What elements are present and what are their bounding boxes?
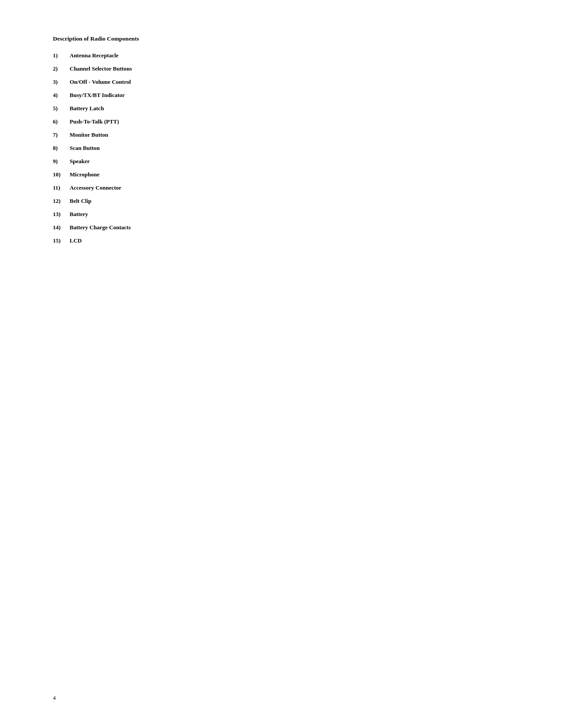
item-label: Busy/TX/BT Indicator: [70, 92, 125, 99]
list-item: 2)Channel Selector Buttons: [53, 65, 509, 72]
item-label: Speaker: [70, 158, 90, 165]
item-label: LCD: [70, 237, 82, 244]
list-item: 8)Scan Button: [53, 145, 509, 152]
item-number: 15): [53, 237, 70, 244]
list-item: 13)Battery: [53, 211, 509, 218]
item-number: 2): [53, 65, 70, 72]
list-item: 14)Battery Charge Contacts: [53, 224, 509, 231]
list-item: 7)Monitor Button: [53, 131, 509, 138]
item-label: On/Off - Volume Control: [70, 78, 131, 86]
item-label: Battery Charge Contacts: [70, 224, 131, 231]
item-label: Antenna Receptacle: [70, 52, 119, 59]
page: Description of Radio Components 1)Antenn…: [0, 0, 562, 728]
section-title: Description of Radio Components: [53, 35, 509, 42]
item-label: Belt Clip: [70, 198, 91, 205]
item-label: Scan Button: [70, 145, 100, 152]
item-number: 13): [53, 211, 70, 218]
list-item: 1)Antenna Receptacle: [53, 52, 509, 59]
item-label: Monitor Button: [70, 131, 108, 138]
item-number: 8): [53, 145, 70, 152]
item-label: Accessory Connector: [70, 184, 121, 191]
item-number: 5): [53, 105, 70, 112]
item-number: 9): [53, 158, 70, 165]
list-item: 10)Microphone: [53, 171, 509, 178]
item-label: Microphone: [70, 171, 100, 178]
item-number: 6): [53, 118, 70, 125]
item-label: Battery Latch: [70, 105, 104, 112]
list-item: 5)Battery Latch: [53, 105, 509, 112]
list-item: 11)Accessory Connector: [53, 184, 509, 191]
item-number: 4): [53, 92, 70, 99]
list-item: 9)Speaker: [53, 158, 509, 165]
list-item: 3)On/Off - Volume Control: [53, 78, 509, 86]
list-item: 15)LCD: [53, 237, 509, 244]
item-number: 11): [53, 184, 70, 191]
item-number: 14): [53, 224, 70, 231]
list-item: 12)Belt Clip: [53, 198, 509, 205]
item-label: Battery: [70, 211, 88, 218]
list-item: 4)Busy/TX/BT Indicator: [53, 92, 509, 99]
item-number: 10): [53, 171, 70, 178]
item-label: Channel Selector Buttons: [70, 65, 132, 72]
item-number: 7): [53, 131, 70, 138]
item-number: 12): [53, 198, 70, 205]
page-number: 4: [53, 694, 56, 702]
item-label: Push-To-Talk (PTT): [70, 118, 119, 125]
list-item: 6)Push-To-Talk (PTT): [53, 118, 509, 125]
item-number: 3): [53, 78, 70, 86]
item-number: 1): [53, 52, 70, 59]
component-list: 1)Antenna Receptacle2)Channel Selector B…: [53, 52, 509, 244]
